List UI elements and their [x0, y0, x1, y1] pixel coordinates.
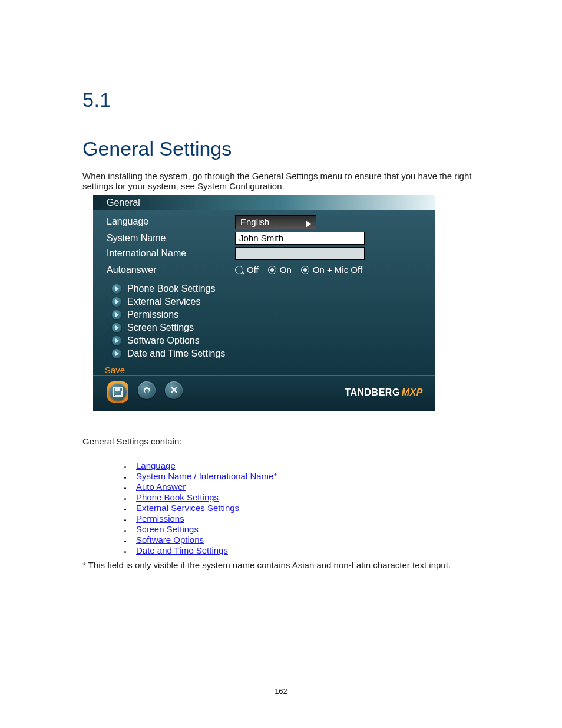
panel-header: General — [93, 195, 435, 210]
intro-text: When installing the system, go through t… — [82, 171, 480, 191]
play-icon — [112, 323, 121, 332]
link-external-services-settings[interactable]: External Services Settings — [136, 503, 239, 513]
label-system-name: System Name — [107, 233, 166, 243]
brand-suffix: MXP — [402, 387, 423, 397]
sub-settings-list: Phone Book Settings External Services Pe… — [112, 281, 225, 361]
international-name-input[interactable] — [235, 247, 365, 260]
link-software-options[interactable]: Software Options — [136, 535, 204, 545]
list-item: Date and Time Settings — [131, 545, 277, 555]
list-item: Language — [131, 460, 277, 470]
radio-on-mic-off[interactable]: On + Mic Off — [301, 265, 362, 275]
footer-buttons: ✕ — [107, 381, 183, 403]
nav-label: External Services — [127, 297, 201, 307]
page-title: General Settings — [82, 137, 232, 160]
nav-permissions[interactable]: Permissions — [112, 309, 225, 320]
horizontal-rule — [82, 123, 480, 123]
brand-logo: TANDBERGMXP — [345, 387, 423, 398]
radio-on-label: On — [280, 265, 292, 275]
link-language[interactable]: Language — [136, 460, 176, 470]
nav-external-services[interactable]: External Services — [112, 297, 225, 307]
link-permissions[interactable]: Permissions — [136, 513, 184, 523]
refresh-icon — [142, 386, 151, 395]
nav-label: Phone Book Settings — [127, 284, 215, 294]
label-international-name: International Name — [107, 248, 186, 259]
nav-date-time-settings[interactable]: Date and Time Settings — [112, 348, 225, 359]
radio-on-mic-off-label: On + Mic Off — [313, 265, 362, 275]
page-number: 162 — [0, 687, 562, 696]
refresh-button[interactable] — [138, 381, 156, 399]
nav-phone-book-settings[interactable]: Phone Book Settings — [112, 284, 225, 294]
system-name-input[interactable]: John Smith — [235, 232, 365, 245]
list-item: System Name / International Name* — [131, 471, 277, 481]
brand-name: TANDBERG — [345, 387, 399, 397]
link-phone-book-settings[interactable]: Phone Book Settings — [136, 492, 219, 502]
radio-dot-icon — [301, 266, 309, 274]
label-language: Language — [107, 216, 148, 227]
autoanswer-radio-group: Off On On + Mic Off — [235, 265, 362, 275]
play-icon — [112, 349, 121, 358]
nav-label: Date and Time Settings — [127, 348, 225, 359]
link-screen-settings[interactable]: Screen Settings — [136, 524, 199, 534]
play-icon — [112, 297, 121, 307]
links-intro: General Settings contain: — [82, 436, 181, 446]
link-date-time-settings[interactable]: Date and Time Settings — [136, 545, 228, 555]
settings-panel: General Language English System Name Joh… — [93, 195, 435, 411]
list-item: Auto Answer — [131, 482, 277, 492]
close-button[interactable]: ✕ — [165, 381, 183, 399]
radio-on[interactable]: On — [268, 265, 292, 275]
footnote: * This field is only visible if the syst… — [82, 560, 480, 570]
play-icon — [112, 284, 121, 294]
link-auto-answer[interactable]: Auto Answer — [136, 482, 186, 492]
magnifier-icon — [235, 266, 243, 274]
save-button[interactable] — [107, 381, 128, 403]
nav-label: Screen Settings — [127, 322, 194, 333]
save-label: Save — [105, 365, 125, 375]
list-item: Phone Book Settings — [131, 492, 277, 502]
panel-body: Language English System Name John Smith … — [93, 210, 435, 375]
nav-screen-settings[interactable]: Screen Settings — [112, 322, 225, 333]
play-icon — [112, 310, 121, 319]
nav-software-options[interactable]: Software Options — [112, 335, 225, 346]
panel-footer: ✕ TANDBERGMXP — [93, 375, 435, 411]
close-icon: ✕ — [170, 385, 178, 396]
divider — [93, 375, 435, 376]
list-item: External Services Settings — [131, 503, 277, 513]
radio-dot-icon — [268, 266, 276, 274]
links-list: Language System Name / International Nam… — [108, 460, 277, 556]
nav-label: Permissions — [127, 309, 178, 320]
section-number: 5.1 — [82, 88, 111, 111]
floppy-icon — [113, 387, 123, 397]
radio-off-label: Off — [247, 265, 259, 275]
label-autoanswer: Autoanswer — [107, 265, 157, 275]
language-value: English — [240, 217, 269, 227]
radio-off[interactable]: Off — [235, 265, 259, 275]
list-item: Permissions — [131, 513, 277, 523]
dropdown-arrow-icon — [306, 218, 311, 231]
list-item: Screen Settings — [131, 524, 277, 534]
link-system-name[interactable]: System Name / International Name* — [136, 471, 277, 481]
play-icon — [112, 336, 121, 345]
list-item: Software Options — [131, 535, 277, 545]
language-select[interactable]: English — [235, 215, 316, 229]
save-icon-circle — [109, 383, 127, 401]
nav-label: Software Options — [127, 335, 200, 346]
